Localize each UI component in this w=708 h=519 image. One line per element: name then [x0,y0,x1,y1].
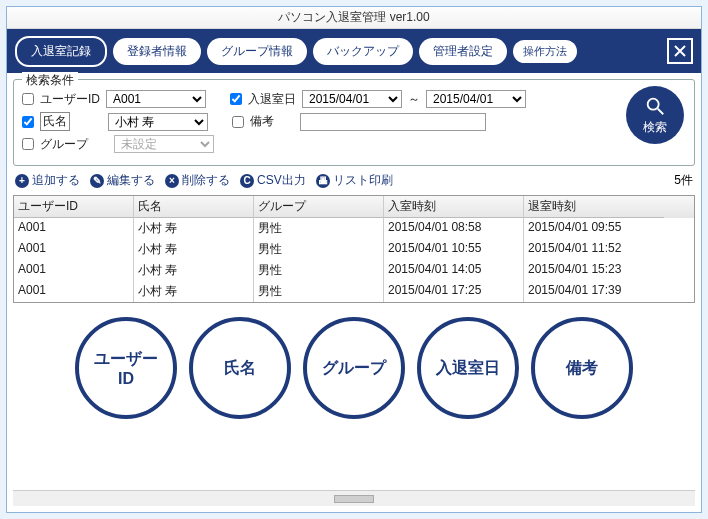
search-button[interactable]: 検索 [626,86,684,144]
add-label: 追加する [32,172,80,189]
remarks-input[interactable] [300,113,486,131]
th-name[interactable]: 氏名 [134,196,254,218]
nav-backup-button[interactable]: バックアップ [313,38,413,65]
delete-label: 削除する [182,172,230,189]
remarks-checkbox[interactable] [232,116,244,128]
close-icon [673,44,687,58]
cell-name: 小村 寿 [134,260,254,281]
cell-exit: 2015/04/01 09:55 [524,218,664,239]
remarks-label: 備考 [250,113,274,130]
th-enter[interactable]: 入室時刻 [384,196,524,218]
add-button[interactable]: + 追加する [15,172,80,189]
cell-name: 小村 寿 [134,281,254,302]
pencil-icon: ✎ [90,174,104,188]
cell-enter: 2015/04/01 17:25 [384,281,524,302]
delete-button[interactable]: × 削除する [165,172,230,189]
cell-group: 男性 [254,260,384,281]
circle-group[interactable]: グループ [303,317,405,419]
cell-enter: 2015/04/01 10:55 [384,239,524,260]
nav-registrants-button[interactable]: 登録者情報 [113,38,201,65]
content-area: 検索条件 ユーザーID A001 入退室日 2015/04/01 ～ 2015/… [7,73,701,512]
cell-user-id: A001 [14,281,134,302]
cell-enter: 2015/04/01 14:05 [384,260,524,281]
cell-exit: 2015/04/01 17:39 [524,281,664,302]
cell-user-id: A001 [14,260,134,281]
print-button[interactable]: 🖶 リスト印刷 [316,172,393,189]
cell-group: 男性 [254,218,384,239]
date-from-select[interactable]: 2015/04/01 [302,90,402,108]
svg-point-0 [648,98,659,109]
nav-help-button[interactable]: 操作方法 [513,40,577,63]
user-id-label: ユーザーID [40,91,100,108]
circle-date-label: 入退室日 [436,358,500,379]
print-icon: 🖶 [316,174,330,188]
table-body: A001 小村 寿 男性 2015/04/01 08:58 2015/04/01… [14,218,694,302]
nav-records-button[interactable]: 入退室記録 [15,36,107,67]
result-count: 5件 [674,172,693,189]
table-row[interactable]: A001 小村 寿 男性 2015/04/01 10:55 2015/04/01… [14,239,694,260]
th-user-id[interactable]: ユーザーID [14,196,134,218]
search-fieldset: 検索条件 ユーザーID A001 入退室日 2015/04/01 ～ 2015/… [13,79,695,166]
cell-user-id: A001 [14,239,134,260]
name-select[interactable]: 小村 寿 [108,113,208,131]
x-icon: × [165,174,179,188]
cell-exit: 2015/04/01 15:23 [524,260,664,281]
group-checkbox[interactable] [22,138,34,150]
circle-user-id[interactable]: ユーザー ID [75,317,177,419]
circle-name[interactable]: 氏名 [189,317,291,419]
th-group[interactable]: グループ [254,196,384,218]
cell-name: 小村 寿 [134,218,254,239]
date-separator: ～ [408,91,420,108]
toolbar: + 追加する ✎ 編集する × 削除する C CSV出力 🖶 リスト印刷 5件 [13,166,695,195]
table-row[interactable]: A001 小村 寿 男性 2015/04/01 17:25 2015/04/01… [14,281,694,302]
csv-icon: C [240,174,254,188]
circle-remarks-label: 備考 [566,358,598,379]
circle-group-label: グループ [322,358,386,379]
app-window: パソコン入退室管理 ver1.00 入退室記録 登録者情報 グループ情報 バック… [6,6,702,513]
cell-exit: 2015/04/01 11:52 [524,239,664,260]
close-button[interactable] [667,38,693,64]
name-checkbox[interactable] [22,116,34,128]
nav-groups-button[interactable]: グループ情報 [207,38,307,65]
table-row[interactable]: A001 小村 寿 男性 2015/04/01 14:05 2015/04/01… [14,260,694,281]
filter-circles: ユーザー ID 氏名 グループ 入退室日 備考 [13,303,695,429]
results-table: ユーザーID 氏名 グループ 入室時刻 退室時刻 A001 小村 寿 男性 20… [13,195,695,303]
filter-row-1: ユーザーID A001 入退室日 2015/04/01 ～ 2015/04/01 [22,90,686,108]
edit-button[interactable]: ✎ 編集する [90,172,155,189]
nav-admin-button[interactable]: 管理者設定 [419,38,507,65]
name-label: 氏名 [40,112,70,131]
circle-remarks[interactable]: 備考 [531,317,633,419]
date-to-select[interactable]: 2015/04/01 [426,90,526,108]
scrollbar-thumb[interactable] [334,495,374,503]
circle-date[interactable]: 入退室日 [417,317,519,419]
cell-group: 男性 [254,281,384,302]
circle-name-label: 氏名 [224,358,256,379]
cell-name: 小村 寿 [134,239,254,260]
cell-group: 男性 [254,239,384,260]
csv-button[interactable]: C CSV出力 [240,172,306,189]
date-checkbox[interactable] [230,93,242,105]
table-row[interactable]: A001 小村 寿 男性 2015/04/01 08:58 2015/04/01… [14,218,694,239]
cell-enter: 2015/04/01 08:58 [384,218,524,239]
edit-label: 編集する [107,172,155,189]
th-exit[interactable]: 退室時刻 [524,196,664,218]
print-label: リスト印刷 [333,172,393,189]
date-label: 入退室日 [248,91,296,108]
user-id-checkbox[interactable] [22,93,34,105]
cell-user-id: A001 [14,218,134,239]
filter-row-3: グループ 未設定 [22,135,686,153]
search-button-label: 検索 [643,119,667,136]
nav-bar: 入退室記録 登録者情報 グループ情報 バックアップ 管理者設定 操作方法 [7,29,701,73]
group-select[interactable]: 未設定 [114,135,214,153]
svg-line-1 [658,108,664,114]
circle-user-id-label: ユーザー ID [94,349,158,388]
csv-label: CSV出力 [257,172,306,189]
plus-icon: + [15,174,29,188]
title-bar: パソコン入退室管理 ver1.00 [7,7,701,29]
search-icon [644,95,666,117]
user-id-select[interactable]: A001 [106,90,206,108]
horizontal-scrollbar[interactable] [13,490,695,506]
group-label: グループ [40,136,88,153]
filter-row-2: 氏名 小村 寿 備考 [22,112,686,131]
search-legend: 検索条件 [22,72,78,89]
